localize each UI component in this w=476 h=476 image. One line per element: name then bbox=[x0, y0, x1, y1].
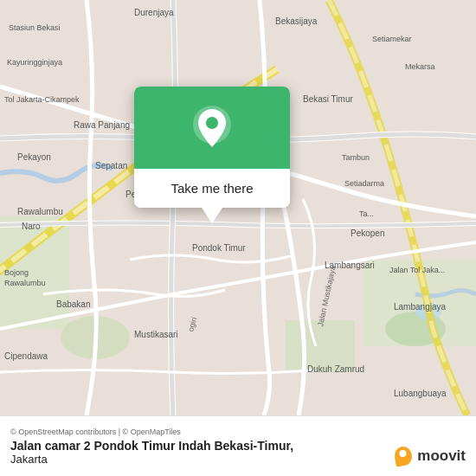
moovit-icon bbox=[394, 445, 415, 466]
svg-text:Lambangjaya: Lambangjaya bbox=[394, 302, 446, 312]
svg-text:Tambun: Tambun bbox=[342, 153, 370, 162]
location-city: Jakarta bbox=[10, 453, 293, 466]
location-popup: Take me there bbox=[134, 87, 290, 208]
svg-text:Rawalumbu: Rawalumbu bbox=[17, 207, 63, 216]
popup-header bbox=[134, 87, 290, 169]
popup-arrow bbox=[202, 208, 222, 223]
svg-text:Rawa Panjang: Rawa Panjang bbox=[74, 120, 130, 130]
popup-button-area: Take me there bbox=[134, 169, 290, 208]
svg-point-40 bbox=[206, 117, 218, 129]
svg-text:Durenjaya: Durenjaya bbox=[134, 8, 174, 17]
svg-text:Kayuringginjaya: Kayuringginjaya bbox=[7, 58, 62, 67]
svg-text:Sepatan: Sepatan bbox=[95, 161, 127, 170]
svg-text:Bekasi Timur: Bekasi Timur bbox=[303, 94, 353, 104]
svg-text:Lubangbuaya: Lubangbuaya bbox=[394, 389, 447, 398]
svg-text:Setiamekar: Setiamekar bbox=[372, 35, 412, 43]
svg-text:Rawalumbu: Rawalumbu bbox=[4, 279, 46, 287]
svg-text:Naro: Naro bbox=[22, 222, 41, 231]
svg-text:Stasiun Bekasi: Stasiun Bekasi bbox=[9, 23, 61, 32]
moovit-label: moovit bbox=[417, 447, 466, 465]
location-name: Jalan camar 2 Pondok Timur Indah Bekasi-… bbox=[10, 439, 293, 453]
svg-text:Tol Jakarta-Cikampek: Tol Jakarta-Cikampek bbox=[4, 95, 80, 104]
svg-text:Pekopen: Pekopen bbox=[351, 228, 384, 238]
svg-text:Setiadarma: Setiadarma bbox=[344, 179, 384, 188]
svg-text:Mustikasari: Mustikasari bbox=[134, 330, 178, 339]
svg-text:Cipendawa: Cipendawa bbox=[4, 351, 48, 361]
svg-text:Mekarsa: Mekarsa bbox=[405, 62, 435, 71]
svg-text:Bojong: Bojong bbox=[4, 268, 29, 277]
moovit-logo: moovit bbox=[395, 447, 466, 466]
take-me-there-button[interactable]: Take me there bbox=[146, 177, 278, 199]
svg-text:Babakan: Babakan bbox=[56, 299, 90, 309]
location-pin-icon bbox=[193, 106, 231, 151]
svg-text:Bekasijaya: Bekasijaya bbox=[275, 16, 318, 26]
svg-text:Pekayon: Pekayon bbox=[17, 152, 51, 162]
svg-text:Dukuh Zamrud: Dukuh Zamrud bbox=[307, 364, 364, 374]
map-attribution: © OpenStreetMap contributors | © OpenMap… bbox=[10, 428, 466, 436]
svg-text:Pondok Timur: Pondok Timur bbox=[192, 243, 246, 253]
svg-text:Jalan Tol Jaka...: Jalan Tol Jaka... bbox=[389, 266, 445, 274]
bottom-bar: © OpenStreetMap contributors | © OpenMap… bbox=[0, 415, 476, 476]
map-container: Durenjaya Stasiun Bekasi Kayuringginjaya… bbox=[0, 0, 476, 415]
svg-text:Ta...: Ta... bbox=[359, 209, 374, 218]
